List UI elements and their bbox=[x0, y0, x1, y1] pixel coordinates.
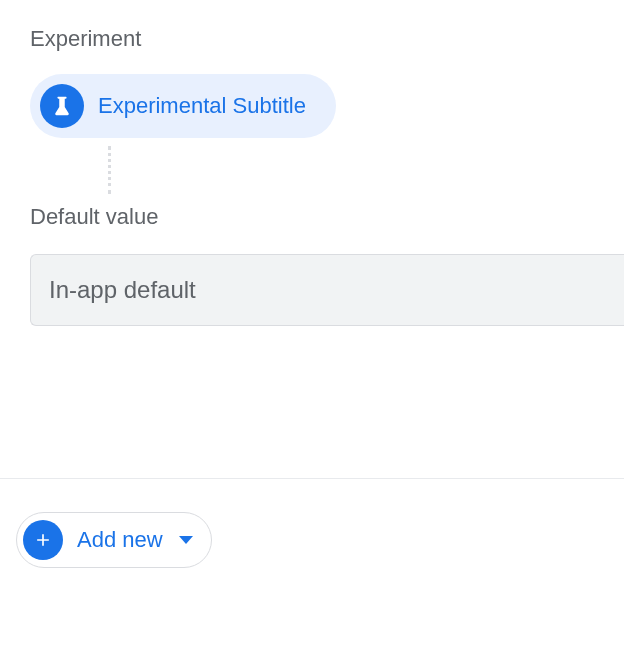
default-value-label: Default value bbox=[30, 204, 624, 230]
add-new-button[interactable]: Add new bbox=[16, 512, 212, 568]
default-value-text: In-app default bbox=[49, 276, 196, 304]
main-content: Experiment Experimental Subtitle Default… bbox=[0, 0, 624, 326]
flask-icon bbox=[40, 84, 84, 128]
experiment-section-label: Experiment bbox=[30, 26, 624, 52]
experiment-chip[interactable]: Experimental Subtitle bbox=[30, 74, 336, 138]
plus-icon bbox=[23, 520, 63, 560]
connector-line bbox=[108, 146, 111, 194]
experiment-chip-label: Experimental Subtitle bbox=[98, 93, 306, 119]
default-value-display[interactable]: In-app default bbox=[30, 254, 624, 326]
add-new-label: Add new bbox=[77, 527, 163, 553]
section-divider bbox=[0, 478, 624, 479]
add-row: Add new bbox=[16, 512, 212, 568]
chevron-down-icon bbox=[179, 536, 193, 544]
